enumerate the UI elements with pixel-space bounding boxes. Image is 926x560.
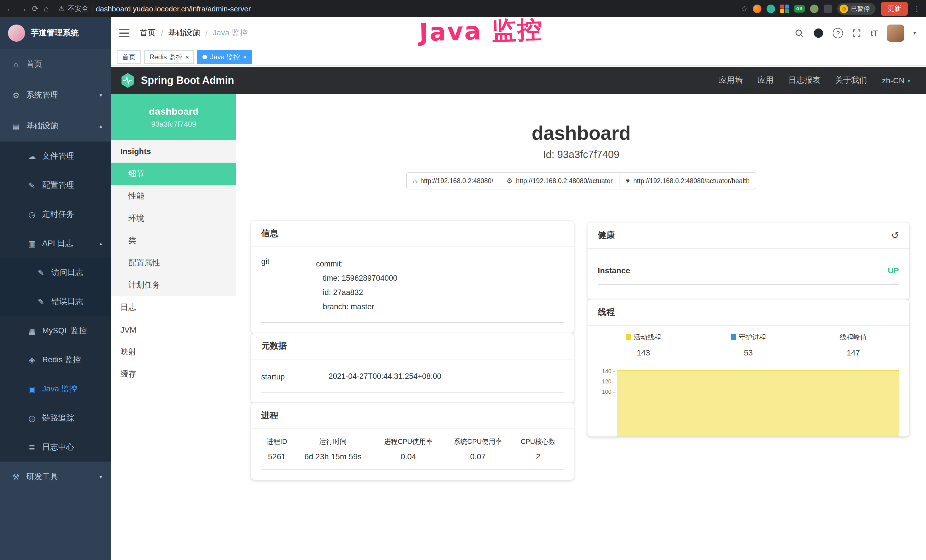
- wrench-icon: ⚙: [507, 177, 513, 185]
- chrome-update-button[interactable]: 更新: [881, 2, 908, 16]
- sidebar-item-scheduled-jobs[interactable]: ◷ 定时任务: [0, 200, 111, 229]
- spring-boot-admin-logo[interactable]: [120, 73, 135, 88]
- sidebar-item-error-logs[interactable]: ✎ 错误日志: [0, 287, 111, 316]
- reload-icon[interactable]: ⟳: [32, 5, 38, 12]
- history-icon[interactable]: ↺: [891, 230, 899, 241]
- sidebar-item-home[interactable]: ⌂ 首页: [0, 49, 111, 80]
- app-logo[interactable]: 芋道管理系统: [0, 17, 111, 49]
- sba-content: dashboard Id: 93a3fc7f7409 ⌂ http://192.…: [236, 94, 926, 560]
- y-tick: 120: [597, 379, 611, 384]
- java-monitor-icon: ▣: [27, 384, 36, 394]
- fullscreen-icon[interactable]: [852, 29, 861, 38]
- link-url: http://192.168.0.2:48080/actuator: [516, 177, 613, 184]
- eye-icon: ◎: [27, 413, 36, 422]
- sba-menu-config-properties[interactable]: 配置属性: [111, 251, 236, 274]
- help-icon[interactable]: ?: [833, 28, 843, 38]
- health-url-link[interactable]: ♥ http://192.168.0.2:48080/actuator/heal…: [619, 172, 756, 189]
- sba-brand[interactable]: Spring Boot Admin: [141, 74, 234, 86]
- sba-menu-caches[interactable]: 缓存: [111, 363, 236, 385]
- sba-menu-classes[interactable]: 类: [111, 229, 236, 251]
- insights-section-title: Insights: [111, 140, 236, 163]
- sidebar-item-access-logs[interactable]: ✎ 访问日志: [0, 258, 111, 287]
- bookmark-star-icon[interactable]: ☆: [741, 5, 748, 12]
- extension-fox-icon[interactable]: [753, 4, 761, 13]
- spring-boot-admin: Spring Boot Admin 应用墙 应用 日志报表 关于我们 zh-CN…: [111, 67, 926, 560]
- breadcrumb-home[interactable]: 首页: [140, 28, 156, 38]
- extension-on-badge[interactable]: on: [794, 5, 805, 12]
- sba-menu-performance[interactable]: 性能: [111, 185, 236, 207]
- process-card: 进程 进程ID 运行时间 进程CPU使用率 系统CPU使用率: [251, 403, 574, 480]
- document-icon: ✎: [36, 268, 45, 277]
- sba-locale-select[interactable]: zh-CN ▾: [882, 76, 910, 85]
- sidebar-item-config-management[interactable]: ✎ 配置管理: [0, 171, 111, 200]
- github-icon[interactable]: [814, 28, 824, 38]
- sba-nav-applications[interactable]: 应用: [758, 75, 774, 86]
- health-row-instance: Instance UP: [598, 257, 899, 285]
- sidebar-item-api-logs[interactable]: ▥ API 日志 ▴: [0, 229, 111, 258]
- sidebar-item-label: 研发工具: [26, 472, 58, 482]
- page-subtitle: Id: 93a3fc7f7409: [236, 149, 926, 161]
- sidebar-item-dev-tools[interactable]: ⚒ 研发工具 ▾: [0, 462, 111, 492]
- close-icon[interactable]: ×: [243, 54, 247, 61]
- breadcrumb-current: Java 监控: [213, 28, 248, 38]
- card-title: 线程: [598, 307, 615, 318]
- cloud-icon: ☁: [27, 151, 36, 160]
- sba-nav-wallboard[interactable]: 应用墙: [719, 75, 743, 86]
- link-url: http://192.168.0.2:48080/: [421, 177, 493, 184]
- column-header: 进程ID: [261, 429, 292, 450]
- back-icon[interactable]: ←: [6, 5, 14, 12]
- extension-teal-icon[interactable]: [767, 4, 775, 13]
- sidebar-item-log-center[interactable]: ≣ 日志中心: [0, 433, 111, 462]
- actuator-url-link[interactable]: ⚙ http://192.168.0.2:48080/actuator: [500, 172, 619, 189]
- sba-menu-details[interactable]: 细节: [111, 163, 236, 185]
- extension-grid-icon[interactable]: [780, 4, 789, 13]
- extension-leaf-icon[interactable]: [810, 4, 819, 13]
- profile-paused-badge[interactable]: ☺ 已暂停: [837, 3, 876, 15]
- instance-url-link[interactable]: ⌂ http://192.168.0.2:48080/: [406, 172, 500, 189]
- address-bar[interactable]: ⚠ 不安全 dashboard.yudao.iocoder.cn/infra/a…: [58, 4, 251, 14]
- sba-menu-scheduled-tasks[interactable]: 计划任务: [111, 274, 236, 296]
- sidebar-item-tracing[interactable]: ◎ 链路追踪: [0, 403, 111, 433]
- sidebar-item-mysql-monitor[interactable]: ▦ MySQL 监控: [0, 316, 111, 345]
- browser-home-icon[interactable]: ⌂: [44, 5, 48, 12]
- tabs-bar: 首页 Redis 监控 × Java 监控 ×: [111, 49, 926, 66]
- home-icon: ⌂: [11, 60, 21, 69]
- sba-menu-environment[interactable]: 环境: [111, 207, 236, 229]
- sidebar-item-java-monitor[interactable]: ▣ Java 监控: [0, 374, 111, 403]
- browser-menu-icon[interactable]: ⋮: [913, 5, 921, 12]
- search-icon[interactable]: [795, 28, 805, 38]
- sidebar-item-system-management[interactable]: ⚙ 系统管理 ▾: [0, 80, 111, 111]
- instance-id: 93a3fc7f7409: [151, 120, 196, 128]
- daemon-threads-swatch: [731, 334, 736, 340]
- tab-redis-monitor[interactable]: Redis 监控 ×: [144, 50, 194, 64]
- sba-menu-jvm[interactable]: JVM: [111, 318, 236, 341]
- cache-icon: ◈: [27, 355, 36, 364]
- sba-menu-mappings[interactable]: 映射: [111, 341, 236, 363]
- user-avatar[interactable]: [887, 24, 904, 42]
- list-icon: ≣: [27, 442, 36, 452]
- info-key: git: [261, 257, 316, 314]
- sidebar-item-file-management[interactable]: ☁ 文件管理: [0, 141, 111, 171]
- url-divider: [92, 5, 92, 12]
- sba-menu-logs[interactable]: 日志: [111, 296, 236, 318]
- sba-nav-journal[interactable]: 日志报表: [788, 75, 820, 86]
- active-threads-swatch: [626, 334, 631, 340]
- sba-nav-about[interactable]: 关于我们: [835, 75, 867, 86]
- health-key: Instance: [598, 266, 630, 275]
- extensions-puzzle-icon[interactable]: [824, 4, 832, 13]
- font-size-icon[interactable]: tT: [871, 29, 878, 38]
- threads-legend: 活动线程 143 守护进程 53: [587, 326, 909, 357]
- instance-header[interactable]: dashboard 93a3fc7f7409: [111, 94, 236, 140]
- security-warning-icon: ⚠: [58, 5, 65, 12]
- breadcrumb-separator: /: [205, 29, 207, 38]
- collapse-sidebar-icon[interactable]: [119, 29, 130, 37]
- breadcrumb: 首页 / 基础设施 / Java 监控: [140, 28, 248, 38]
- close-icon[interactable]: ×: [185, 54, 189, 61]
- forward-icon[interactable]: →: [19, 5, 27, 12]
- tab-java-monitor[interactable]: Java 监控 ×: [198, 50, 252, 64]
- breadcrumb-infrastructure[interactable]: 基础设施: [168, 28, 200, 38]
- tab-home[interactable]: 首页: [117, 50, 141, 64]
- sidebar-item-redis-monitor[interactable]: ◈ Redis 监控: [0, 345, 111, 374]
- sidebar-item-label: 系统管理: [26, 90, 58, 100]
- sidebar-item-infrastructure[interactable]: ▤ 基础设施 ▴: [0, 111, 111, 141]
